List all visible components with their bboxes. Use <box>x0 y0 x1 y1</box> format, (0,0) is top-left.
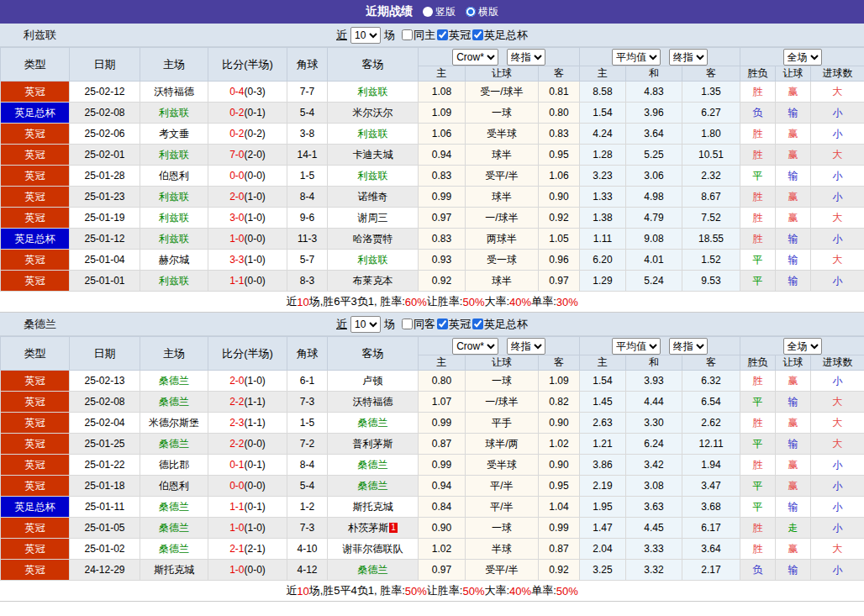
home-team[interactable]: 桑德兰 <box>140 392 208 413</box>
home-team[interactable]: 利兹联 <box>140 271 208 292</box>
results-table-body: 英冠25-02-13桑德兰2-0(1-0)6-1卢顿0.80一球1.091.54… <box>1 371 864 581</box>
competition-badge: 英冠 <box>1 371 70 392</box>
result-winloss: 胜 <box>740 371 776 392</box>
sub-avg-home: 主 <box>580 355 626 371</box>
avg-home-odds: 2.04 <box>580 539 626 560</box>
cup-checkbox[interactable] <box>472 29 483 40</box>
away-team[interactable]: 桑德兰 <box>328 476 419 497</box>
avg-home-odds: 4.24 <box>580 124 626 145</box>
home-team[interactable]: 桑德兰 <box>140 434 208 455</box>
odds-away: 0.92 <box>539 208 580 229</box>
match-row: 英足总杯25-01-11桑德兰1-1(0-1)1-2斯托克城0.84平/半1.0… <box>1 497 864 518</box>
away-team[interactable]: 利兹联 <box>328 166 419 187</box>
odds-source-select[interactable]: Crow* <box>452 338 498 355</box>
radio-vertical-icon[interactable] <box>423 7 433 17</box>
avg-draw-odds: 4.45 <box>626 518 682 539</box>
avg-away-odds: 2.32 <box>682 166 740 187</box>
fulltime-select[interactable]: 全场 <box>783 49 822 66</box>
cup-checkbox[interactable] <box>472 319 483 329</box>
average-final-select[interactable]: 终指 <box>669 338 708 355</box>
result-goals: 大 <box>811 539 864 560</box>
avg-draw-odds: 6.24 <box>626 434 682 455</box>
match-date: 25-01-02 <box>70 539 140 560</box>
avg-away-odds: 3.64 <box>682 539 740 560</box>
away-team[interactable]: 桑德兰 <box>328 560 419 581</box>
odds-away: 1.09 <box>539 371 580 392</box>
odds-away: 0.92 <box>539 560 580 581</box>
sub-result: 胜负 <box>740 66 776 82</box>
handicap-line: 受半球 <box>466 455 539 476</box>
handicap-line: 两球半 <box>466 229 539 250</box>
col-score: 比分(半场) <box>208 337 287 371</box>
average-select[interactable]: 平均值 <box>612 338 661 355</box>
avg-away-odds: 1.52 <box>682 250 740 271</box>
away-team[interactable]: 利兹联 <box>328 250 419 271</box>
layout-radio-vertical[interactable]: 竖版 <box>423 5 456 19</box>
avg-home-odds: 3.23 <box>580 166 626 187</box>
league-checkbox[interactable] <box>437 29 448 40</box>
away-team[interactable]: 利兹联 <box>328 82 419 103</box>
same-home-checkbox[interactable] <box>402 29 413 40</box>
radio-horizontal-icon[interactable] <box>466 7 476 17</box>
match-count-select[interactable]: 10 <box>350 316 381 333</box>
avg-draw-odds: 3.32 <box>626 560 682 581</box>
away-team: 哈洛贾特 <box>328 229 419 250</box>
final-odds-select[interactable]: 终指 <box>507 49 545 66</box>
match-row: 英冠25-02-12沃特福德0-4(0-3)7-7利兹联1.08受一/球半0.8… <box>1 82 864 103</box>
avg-away-odds: 6.54 <box>682 392 740 413</box>
final-odds-select[interactable]: 终指 <box>507 338 545 355</box>
home-team[interactable]: 利兹联 <box>140 229 208 250</box>
sub-goals: 进球数 <box>811 355 864 371</box>
result-handicap: 赢 <box>776 187 811 208</box>
home-team[interactable]: 桑德兰 <box>140 497 208 518</box>
same-away-checkbox[interactable] <box>402 319 413 329</box>
result-goals: 大 <box>811 392 864 413</box>
result-goals: 小 <box>811 166 864 187</box>
home-team[interactable]: 桑德兰 <box>140 539 208 560</box>
home-team[interactable]: 利兹联 <box>140 145 208 166</box>
home-team[interactable]: 利兹联 <box>140 208 208 229</box>
home-team[interactable]: 桑德兰 <box>140 518 208 539</box>
odds-home: 0.87 <box>419 434 466 455</box>
avg-draw-odds: 4.98 <box>626 187 682 208</box>
result-winloss: 胜 <box>740 455 776 476</box>
home-team: 伯恩利 <box>140 166 208 187</box>
home-team: 沃特福德 <box>140 82 208 103</box>
away-team: 诺维奇 <box>328 187 419 208</box>
avg-away-odds: 1.35 <box>682 82 740 103</box>
score: 2-0(1-0) <box>208 187 287 208</box>
match-date: 24-12-29 <box>70 560 140 581</box>
average-select[interactable]: 平均值 <box>612 49 661 66</box>
odds-home: 0.97 <box>419 560 466 581</box>
match-row: 英冠25-01-04赫尔城3-3(1-0)5-7利兹联0.93受一球0.966.… <box>1 250 864 271</box>
score: 1-0(0-0) <box>208 229 287 250</box>
avg-draw-odds: 3.06 <box>626 166 682 187</box>
result-goals: 小 <box>811 124 864 145</box>
match-count-select[interactable]: 10 <box>350 27 381 44</box>
home-team[interactable]: 桑德兰 <box>140 371 208 392</box>
avg-home-odds: 8.58 <box>580 82 626 103</box>
layout-radio-horizontal[interactable]: 横版 <box>466 5 498 19</box>
result-handicap: 输 <box>776 103 811 124</box>
near-link[interactable]: 近 <box>336 317 347 332</box>
odds-home: 0.99 <box>419 413 466 434</box>
home-team[interactable]: 利兹联 <box>140 103 208 124</box>
odds-away: 0.99 <box>539 518 580 539</box>
average-final-select[interactable]: 终指 <box>669 49 708 66</box>
fulltime-select[interactable]: 全场 <box>783 338 822 355</box>
avg-away-odds: 6.27 <box>682 103 740 124</box>
away-team[interactable]: 桑德兰 <box>328 455 419 476</box>
result-winloss: 平 <box>740 392 776 413</box>
odds-source-select[interactable]: Crow* <box>452 49 498 66</box>
result-goals: 大 <box>811 413 864 434</box>
competition-badge: 英冠 <box>1 208 70 229</box>
away-team[interactable]: 利兹联 <box>328 124 419 145</box>
handicap-line: 平手 <box>466 413 539 434</box>
league-checkbox[interactable] <box>437 319 448 329</box>
away-team[interactable]: 桑德兰 <box>328 413 419 434</box>
same-away-label: 同客 <box>414 317 435 332</box>
near-link[interactable]: 近 <box>336 28 347 43</box>
result-winloss: 胜 <box>740 208 776 229</box>
home-team[interactable]: 利兹联 <box>140 187 208 208</box>
match-row: 英冠24-12-29斯托克城1-0(0-0)4-12桑德兰0.97受平/半0.9… <box>1 560 864 581</box>
